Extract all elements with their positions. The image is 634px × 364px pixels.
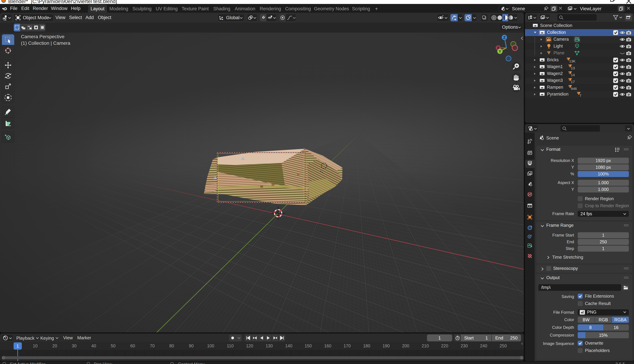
svg-text:Y: Y (499, 49, 501, 54)
svg-text:Z: Z (503, 35, 505, 40)
